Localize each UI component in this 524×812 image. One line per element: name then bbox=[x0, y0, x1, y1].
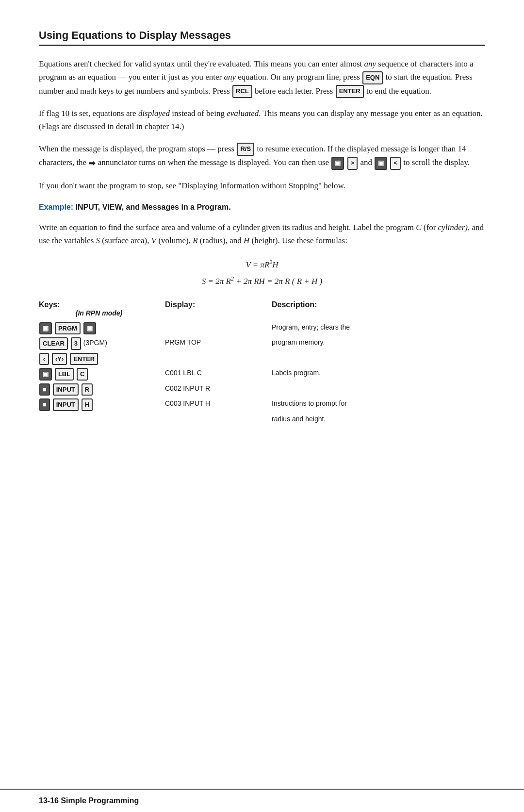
key-C: C bbox=[77, 368, 88, 381]
row3-keys: ‹ ‹Y› ENTER bbox=[39, 351, 165, 367]
row6-keys: ■ INPUT H bbox=[39, 397, 165, 413]
row5-display: C002 INPUT R bbox=[165, 382, 272, 398]
key-input-h: INPUT bbox=[53, 398, 79, 411]
table-row: ■ INPUT R C002 INPUT R bbox=[39, 382, 485, 398]
row1-keys: ▣ PRGM ▣ bbox=[39, 321, 165, 336]
table-row: CLEAR 3 (3PGM) PRGM TOP program memory. bbox=[39, 336, 485, 351]
row4-desc: Labels program. bbox=[272, 366, 485, 382]
formula-1: V = πR2H bbox=[39, 256, 485, 273]
key-eqn: EQN bbox=[362, 71, 383, 84]
italic-C: C bbox=[416, 223, 421, 232]
table-row: ‹ ‹Y› ENTER bbox=[39, 351, 485, 367]
table-row: ▣ LBL C C001 LBL C Labels program. bbox=[39, 366, 485, 382]
row4-display: C001 LBL C bbox=[165, 366, 272, 382]
italic-cylinder: cylinder) bbox=[438, 223, 468, 232]
key-right-angle: > bbox=[347, 157, 358, 170]
table-row: radius and height. bbox=[39, 413, 485, 426]
row3-display bbox=[165, 351, 272, 367]
italic-evaluated: evaluated bbox=[227, 109, 259, 118]
key-rs: R/S bbox=[237, 143, 254, 156]
italic-displayed: displayed bbox=[138, 109, 170, 118]
italic-H: H bbox=[244, 236, 249, 245]
key-input-r: INPUT bbox=[53, 383, 79, 396]
key-shift-2: ▣ bbox=[375, 157, 387, 170]
table-row: ▣ PRGM ▣ Program, entry; clears the bbox=[39, 321, 485, 336]
footer-text: 13-16 Simple Programming bbox=[39, 796, 139, 805]
program-table: Keys: (In RPN mode) Display: Description… bbox=[39, 298, 485, 426]
row7-display bbox=[165, 413, 272, 426]
key-shift-prgm-1: ▣ bbox=[39, 322, 52, 335]
key-prgm-1: PRGM bbox=[55, 322, 81, 335]
key-enter-2: ENTER bbox=[70, 353, 98, 365]
row1-display bbox=[165, 321, 272, 336]
row2-keys-label: (3PGM) bbox=[83, 339, 107, 347]
key-shift-lbl: ▣ bbox=[39, 368, 52, 381]
key-langle: ‹ bbox=[39, 353, 49, 365]
example-heading: Example: INPUT, VIEW, and Messages in a … bbox=[39, 201, 485, 214]
row4-keys: ▣ LBL C bbox=[39, 366, 165, 382]
row5-desc bbox=[272, 382, 485, 398]
formula-block: V = πR2H S = 2π R2 + 2π RH = 2π R ( R + … bbox=[39, 256, 485, 290]
italic-V: V bbox=[151, 236, 156, 245]
paragraph-4: If you don't want the program to stop, s… bbox=[39, 179, 485, 192]
header-keys: Keys: (In RPN mode) bbox=[39, 298, 165, 321]
key-enter: ENTER bbox=[336, 85, 364, 98]
formula-2: S = 2π R2 + 2π RH = 2π R ( R + H ) bbox=[39, 273, 485, 290]
paragraph-3: When the message is displayed, the progr… bbox=[39, 142, 485, 170]
key-left-angle: < bbox=[390, 157, 401, 170]
key-R: R bbox=[82, 383, 93, 396]
footer: 13-16 Simple Programming bbox=[0, 789, 524, 812]
header-display: Display: bbox=[165, 298, 272, 321]
key-3: 3 bbox=[71, 337, 81, 350]
row7-desc: radius and height. bbox=[272, 413, 485, 426]
row3-desc bbox=[272, 351, 485, 367]
key-H: H bbox=[82, 398, 93, 411]
key-shift-input-h: ■ bbox=[39, 398, 50, 411]
italic-any-2: any bbox=[224, 72, 236, 82]
paragraph-2: If flag 10 is set, equations are display… bbox=[39, 107, 485, 133]
italic-R: R bbox=[193, 236, 197, 245]
example-title: INPUT, VIEW, and Messages in a Program. bbox=[76, 203, 231, 211]
key-shift-1: ▣ bbox=[331, 157, 344, 170]
key-lbl: LBL bbox=[55, 368, 74, 381]
page-title: Using Equations to Display Messages bbox=[39, 29, 485, 46]
key-shift-input-r: ■ bbox=[39, 383, 50, 396]
table-row: ■ INPUT H C003 INPUT H Instructions to p… bbox=[39, 397, 485, 413]
row2-keys: CLEAR 3 (3PGM) bbox=[39, 336, 165, 351]
key-ly: ‹Y› bbox=[52, 353, 67, 365]
key-clear: CLEAR bbox=[39, 337, 68, 350]
row2-display: PRGM TOP bbox=[165, 336, 272, 351]
key-rcl: RCL bbox=[232, 85, 252, 98]
row1-desc: Program, entry; clears the bbox=[272, 321, 485, 336]
key-shift-prgm-2: ▣ bbox=[83, 322, 96, 335]
italic-any-1: any bbox=[364, 59, 377, 68]
row2-desc: program memory. bbox=[272, 336, 485, 351]
paragraph-1: Equations aren't checked for valid synta… bbox=[39, 57, 485, 98]
arrow-right-icon: ➡ bbox=[88, 156, 96, 170]
example-label: Example: bbox=[39, 203, 73, 211]
italic-S: S bbox=[96, 236, 100, 245]
row7-keys bbox=[39, 413, 165, 426]
example-description: Write an equation to find the surface ar… bbox=[39, 221, 485, 247]
header-description: Description: bbox=[272, 298, 485, 321]
row5-keys: ■ INPUT R bbox=[39, 382, 165, 398]
row6-display: C003 INPUT H bbox=[165, 397, 272, 413]
row6-desc: Instructions to prompt for bbox=[272, 397, 485, 413]
